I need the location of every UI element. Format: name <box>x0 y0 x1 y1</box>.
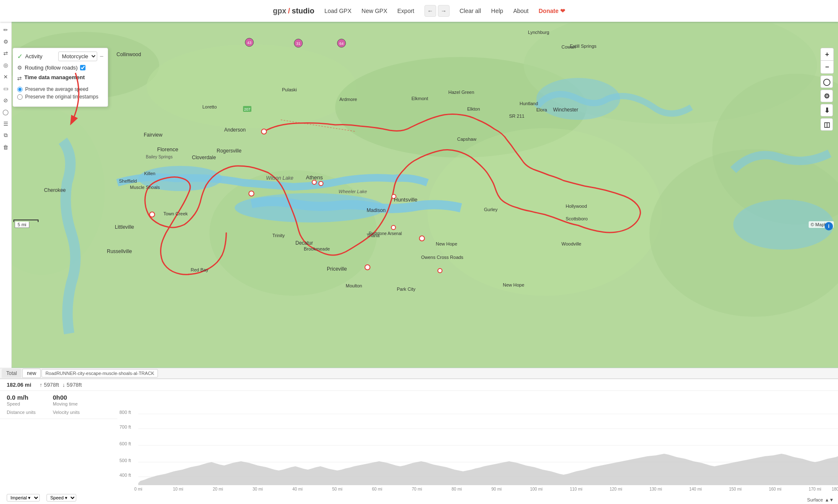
svg-point-15 <box>249 191 254 196</box>
clear-all-btn[interactable]: Clear all <box>460 8 481 14</box>
panel-close-btn[interactable]: − <box>100 53 103 60</box>
svg-point-12 <box>536 78 620 120</box>
help-btn[interactable]: Help <box>491 8 503 14</box>
tab-track[interactable]: RoadRUNNER-city-escape-muscle-shoals-al-… <box>41 369 158 377</box>
distance-main: 182.06 mi <box>7 382 31 388</box>
svg-text:20 mi: 20 mi <box>213 487 223 491</box>
svg-text:Athens: Athens <box>306 174 323 181</box>
svg-text:80 mi: 80 mi <box>452 487 462 491</box>
svg-text:Elkmont: Elkmont <box>411 96 428 101</box>
locate-btn[interactable]: ◯ <box>820 75 833 88</box>
preserve-avg-radio[interactable] <box>17 87 23 92</box>
sidebar-crop-icon[interactable]: ▭ <box>1 84 10 93</box>
svg-text:Sheffield: Sheffield <box>119 178 137 184</box>
svg-text:170 mi: 170 mi <box>809 487 821 491</box>
tab-new[interactable]: new <box>22 369 41 378</box>
sidebar-measure-icon[interactable]: ✕ <box>1 72 10 81</box>
redo-btn[interactable]: → <box>438 5 450 17</box>
about-btn[interactable]: About <box>513 8 529 14</box>
layers-btn[interactable]: ◫ <box>820 118 833 131</box>
svg-point-22 <box>365 265 370 270</box>
svg-text:700 ft: 700 ft <box>119 424 131 429</box>
donate-btn[interactable]: Donate ❤ <box>538 8 565 14</box>
svg-text:90 mi: 90 mi <box>491 487 502 491</box>
svg-text:70 mi: 70 mi <box>412 487 422 491</box>
svg-text:Winchester: Winchester <box>553 107 578 113</box>
zoom-out-btn[interactable]: − <box>821 61 833 73</box>
stat-speed: 0.0 m/h Speed <box>7 393 53 408</box>
speed-label: Speed <box>7 401 53 406</box>
svg-text:Killen: Killen <box>144 171 155 176</box>
svg-point-2 <box>147 44 356 128</box>
elevation-info: ↑ 5978ft ↓ 5978ft <box>40 382 82 388</box>
sidebar-list-icon[interactable]: ☰ <box>1 119 10 128</box>
sidebar-route-icon[interactable]: ⚙ <box>1 37 10 46</box>
download-btn[interactable]: ⬇ <box>820 104 833 116</box>
sidebar-trash-icon[interactable]: 🗑 <box>1 142 10 152</box>
moving-time-value: 0h00 <box>53 394 99 401</box>
svg-point-11 <box>235 193 385 222</box>
sidebar-pin-icon[interactable]: ◎ <box>1 60 10 70</box>
svg-text:Anderson: Anderson <box>224 127 246 133</box>
activity-select[interactable]: Motorcycle Hiking Cycling Running <box>58 52 97 61</box>
svg-text:Park City: Park City <box>397 287 416 292</box>
bottom-controls: Imperial ▾ Metric Speed ▾ Pace <box>0 491 117 504</box>
undo-btn[interactable]: ← <box>424 5 436 17</box>
svg-text:Brookmeade: Brookmeade <box>304 246 330 251</box>
svg-text:Cloverdale: Cloverdale <box>192 155 216 160</box>
chart-svg: 800 ft 700 ft 600 ft 500 ft 400 ft 0 mi … <box>117 408 838 491</box>
svg-text:60 mi: 60 mi <box>372 487 382 491</box>
distance-value: 182.06 mi <box>7 382 31 388</box>
new-gpx-btn[interactable]: New GPX <box>362 8 387 14</box>
sidebar-circle-icon[interactable]: ◯ <box>1 107 10 116</box>
svg-point-17 <box>312 180 316 184</box>
svg-point-16 <box>150 212 155 217</box>
svg-text:Woodville: Woodville <box>561 241 582 246</box>
svg-point-19 <box>319 181 323 186</box>
svg-text:43: 43 <box>247 41 251 45</box>
svg-text:50 mi: 50 mi <box>332 487 342 491</box>
sidebar-stripes-icon[interactable]: ⊘ <box>1 96 10 105</box>
export-btn[interactable]: Export <box>397 8 414 14</box>
surface-arrows: ▲▼ <box>825 497 834 502</box>
distance-units-select[interactable]: Imperial ▾ Metric <box>7 494 40 501</box>
svg-text:160 mi: 160 mi <box>769 487 781 491</box>
map-container[interactable]: Collinwood Florence Muscle Shoals Sheffi… <box>0 22 838 369</box>
routing-checkbox[interactable] <box>80 65 85 70</box>
svg-text:Lynchburg: Lynchburg <box>528 30 549 35</box>
svg-text:Madison: Madison <box>367 207 385 213</box>
zoom-in-btn[interactable]: + <box>821 48 833 61</box>
load-gpx-btn[interactable]: Load GPX <box>324 8 352 14</box>
elev-down-value: ↓ 5978ft <box>62 382 82 388</box>
svg-text:10 mi: 10 mi <box>173 487 183 491</box>
preserve-orig-radio[interactable] <box>17 94 23 100</box>
svg-text:Pulaski: Pulaski <box>282 87 297 92</box>
distance-units-label: Distance units <box>7 410 53 415</box>
bottom-tabs: Total new RoadRUNNER-city-escape-muscle-… <box>0 368 838 379</box>
svg-text:180 mi: 180 mi <box>832 487 838 491</box>
svg-text:New Hope: New Hope <box>503 282 524 287</box>
svg-text:Huntsville: Huntsville <box>394 196 417 203</box>
svg-point-20 <box>391 225 396 230</box>
tab-total[interactable]: Total <box>2 369 21 378</box>
svg-text:Rogersville: Rogersville <box>217 148 242 154</box>
velocity-units-select[interactable]: Speed ▾ Pace <box>47 494 76 501</box>
svg-text:Scottsboro: Scottsboro <box>566 216 588 221</box>
elevation-chart[interactable]: 800 ft 700 ft 600 ft 500 ft 400 ft 0 mi … <box>117 408 838 491</box>
activity-label: Activity <box>25 53 58 59</box>
navbar: gpx/studio Load GPX New GPX Export ← → C… <box>0 0 838 22</box>
sidebar-waypoint-icon[interactable]: ⇄ <box>1 49 10 58</box>
info-icon[interactable]: i <box>825 222 833 230</box>
svg-text:800 ft: 800 ft <box>119 410 131 415</box>
sidebar-layers2-icon[interactable]: ⧉ <box>1 131 10 140</box>
map-svg: Collinwood Florence Muscle Shoals Sheffi… <box>0 22 838 369</box>
svg-text:500 ft: 500 ft <box>119 458 131 463</box>
stat-velocity-unit: Velocity units <box>53 408 99 416</box>
svg-text:150 mi: 150 mi <box>729 487 742 491</box>
sidebar-edit-icon[interactable]: ✏ <box>1 25 10 34</box>
svg-text:Town Creek: Town Creek <box>163 211 188 216</box>
settings-btn[interactable]: ⚙ <box>820 90 833 102</box>
svg-text:600 ft: 600 ft <box>119 441 131 446</box>
svg-text:Russellville: Russellville <box>107 248 132 254</box>
svg-text:Ardmore: Ardmore <box>339 97 357 102</box>
